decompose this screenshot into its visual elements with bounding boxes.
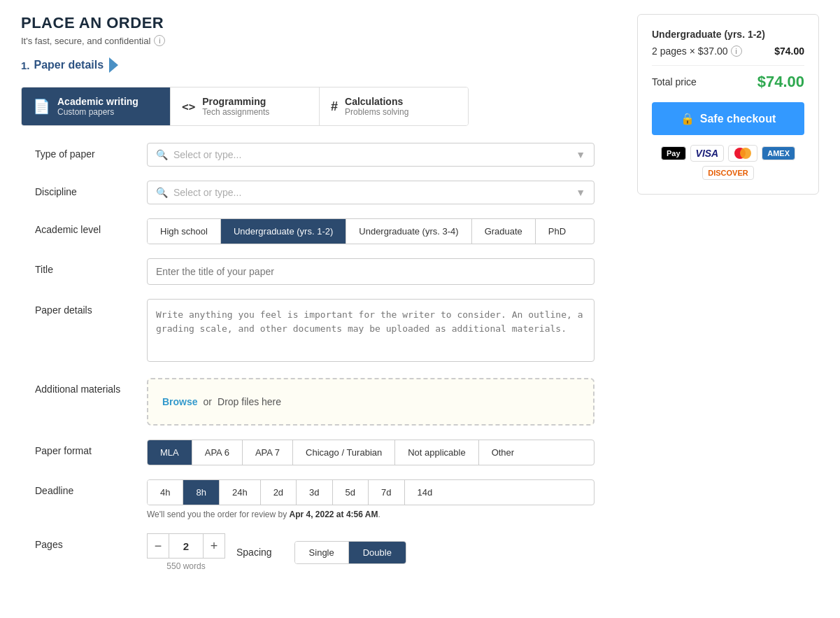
spacing-label: Spacing — [236, 547, 272, 558]
discipline-row: Discipline 🔍 Select or type... ▼ — [35, 181, 623, 204]
paper-details-row: Paper details — [35, 299, 623, 364]
academic-level-row: Academic level High school Undergraduate… — [35, 218, 623, 244]
type-of-paper-label: Type of paper — [35, 143, 147, 160]
discover-icon: DISCOVER — [702, 166, 753, 180]
additional-materials-row: Additional materials Browse or Drop file… — [35, 378, 623, 426]
pages-value: 2 — [169, 533, 203, 559]
pages-words: 550 words — [147, 561, 225, 571]
title-input[interactable] — [147, 258, 595, 285]
deadline-14d[interactable]: 14d — [405, 480, 446, 505]
level-undergraduate-3-4[interactable]: Undergraduate (yrs. 3-4) — [346, 219, 471, 244]
drop-or-text: or — [204, 396, 212, 407]
programming-icon: <> — [182, 100, 195, 113]
step-label: Paper details — [34, 59, 104, 71]
format-mla[interactable]: MLA — [148, 440, 192, 465]
paper-format-row: Paper format MLA APA 6 APA 7 Chicago / T… — [35, 440, 623, 465]
drop-zone[interactable]: Browse or Drop files here — [147, 378, 595, 426]
category-tabs: 📄 Academic writing Custom papers <> Prog… — [21, 87, 469, 126]
deadline-3d[interactable]: 3d — [297, 480, 332, 505]
deadline-24h[interactable]: 24h — [220, 480, 261, 505]
paper-format-label: Paper format — [35, 440, 147, 456]
lock-icon: 🔒 — [681, 112, 695, 125]
spacing-group: Single Double — [294, 541, 406, 564]
discipline-placeholder: Select or type... — [173, 187, 576, 198]
deadline-2d[interactable]: 2d — [261, 480, 297, 505]
total-amount: $74.00 — [757, 73, 804, 91]
discipline-select[interactable]: 🔍 Select or type... ▼ — [147, 181, 595, 204]
browse-button[interactable]: Browse — [162, 396, 198, 407]
pages-increment-button[interactable]: + — [203, 533, 225, 559]
sidebar-pages-calc: 2 pages × $37.00 — [652, 45, 728, 57]
total-row: Total price $74.00 — [652, 73, 804, 91]
deadline-8h[interactable]: 8h — [183, 480, 219, 505]
drop-text: Drop files here — [218, 396, 281, 407]
pages-row: Pages − 2 + 550 words Spacing Si — [35, 533, 623, 571]
page-subtitle: It's fast, secure, and confidential — [21, 36, 150, 46]
type-of-paper-row: Type of paper 🔍 Select or type... ▼ — [35, 143, 623, 167]
tab-programming-title: Programming — [202, 96, 269, 107]
deadline-7d[interactable]: 7d — [369, 480, 404, 505]
type-search-icon: 🔍 — [156, 149, 168, 160]
sidebar: Undergraduate (yrs. 1-2) 2 pages × $37.0… — [637, 14, 819, 585]
sidebar-price-info-icon[interactable]: i — [731, 45, 742, 57]
title-label: Title — [35, 258, 147, 275]
paper-format-group: MLA APA 6 APA 7 Chicago / Turabian Not a… — [147, 440, 595, 465]
tab-academic[interactable]: 📄 Academic writing Custom papers — [22, 87, 171, 125]
apple-pay-icon: Pay — [661, 146, 686, 160]
paper-details-textarea[interactable] — [147, 299, 595, 362]
step-number: 1. — [21, 59, 30, 71]
visa-icon: VISA — [690, 145, 725, 162]
title-row: Title — [35, 258, 623, 285]
payment-icons: Pay VISA AMEX DISCOVER — [652, 145, 804, 180]
tab-academic-sub: Custom papers — [57, 107, 138, 117]
tab-calculations[interactable]: # Calculations Problems solving — [320, 87, 468, 125]
sidebar-level: Undergraduate (yrs. 1-2) — [652, 29, 804, 40]
format-apa7[interactable]: APA 7 — [243, 440, 293, 465]
level-high-school[interactable]: High school — [148, 219, 221, 244]
tab-calculations-sub: Problems solving — [345, 107, 408, 117]
format-other[interactable]: Other — [479, 440, 527, 465]
deadline-label: Deadline — [35, 479, 147, 496]
mastercard-icon — [728, 145, 757, 162]
checkout-button[interactable]: 🔒 Safe checkout — [652, 102, 804, 135]
step-arrow-icon — [109, 57, 118, 73]
sidebar-price-row: 2 pages × $37.00 i $74.00 — [652, 45, 804, 57]
amex-icon: AMEX — [762, 146, 795, 160]
tab-programming-sub: Tech assignments — [202, 107, 269, 117]
svg-point-1 — [740, 148, 751, 159]
deadline-4h[interactable]: 4h — [148, 480, 183, 505]
order-summary-card: Undergraduate (yrs. 1-2) 2 pages × $37.0… — [637, 14, 819, 195]
spacing-single[interactable]: Single — [295, 542, 349, 563]
spacing-double[interactable]: Double — [349, 542, 406, 563]
academic-level-group: High school Undergraduate (yrs. 1-2) Und… — [147, 218, 595, 244]
page-title: PLACE AN ORDER — [21, 14, 623, 32]
subtitle-info-icon[interactable]: i — [154, 35, 165, 46]
tab-programming[interactable]: <> Programming Tech assignments — [171, 87, 320, 125]
calculations-icon: # — [331, 99, 338, 114]
level-undergraduate-1-2[interactable]: Undergraduate (yrs. 1-2) — [221, 219, 346, 244]
type-of-paper-placeholder: Select or type... — [173, 149, 576, 160]
deadline-row: Deadline 4h 8h 24h 2d 3d 5d 7d 14d We'll… — [35, 479, 623, 519]
format-apa6[interactable]: APA 6 — [192, 440, 243, 465]
format-not-applicable[interactable]: Not applicable — [395, 440, 478, 465]
deadline-5d[interactable]: 5d — [333, 480, 369, 505]
discipline-search-icon: 🔍 — [156, 187, 168, 198]
checkout-label: Safe checkout — [700, 113, 776, 125]
additional-materials-label: Additional materials — [35, 378, 147, 395]
deadline-note: We'll send you the order for review by A… — [147, 510, 595, 519]
discipline-label: Discipline — [35, 181, 147, 197]
pages-control: − 2 + — [147, 533, 225, 559]
total-label: Total price — [652, 76, 697, 87]
tab-calculations-title: Calculations — [345, 96, 408, 107]
tab-academic-title: Academic writing — [57, 96, 138, 107]
pages-label: Pages — [35, 533, 147, 550]
paper-details-label: Paper details — [35, 299, 147, 316]
pages-decrement-button[interactable]: − — [147, 533, 169, 559]
type-dropdown-arrow-icon: ▼ — [576, 149, 585, 160]
type-of-paper-select[interactable]: 🔍 Select or type... ▼ — [147, 143, 595, 167]
level-graduate[interactable]: Graduate — [472, 219, 536, 244]
level-phd[interactable]: PhD — [536, 219, 578, 244]
sidebar-price-amount: $74.00 — [774, 45, 804, 57]
sidebar-divider — [652, 65, 804, 66]
format-chicago[interactable]: Chicago / Turabian — [293, 440, 395, 465]
